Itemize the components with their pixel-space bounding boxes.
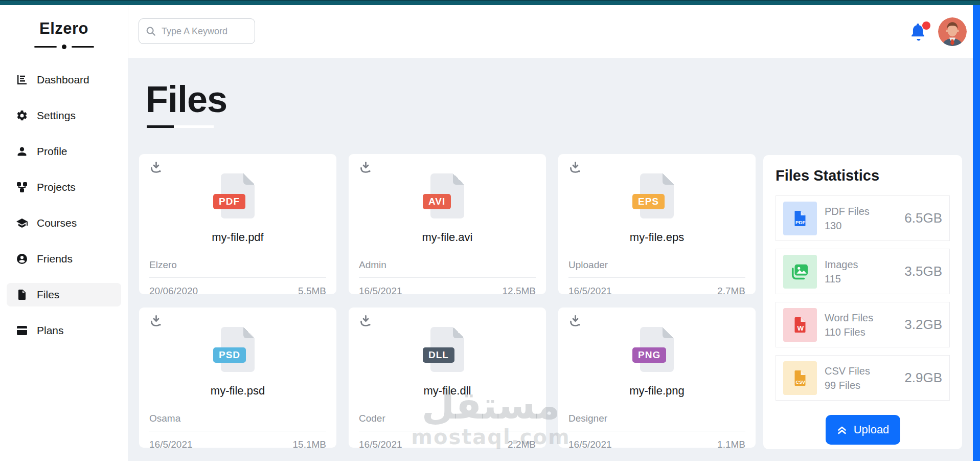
svg-text:PDF: PDF xyxy=(795,219,806,225)
graduation-cap-icon xyxy=(16,217,28,229)
stat-label: Images xyxy=(825,257,858,272)
file-date: 16/5/2021 xyxy=(568,439,612,450)
sidebar-item-label: Courses xyxy=(37,217,77,229)
download-icon[interactable] xyxy=(359,161,373,174)
download-icon[interactable] xyxy=(568,314,582,328)
user-icon xyxy=(16,145,28,158)
sidebar-item-projects[interactable]: Projects xyxy=(7,175,121,199)
download-icon[interactable] xyxy=(359,314,373,328)
page-title: Files xyxy=(146,78,227,120)
file-date: 16/5/2021 xyxy=(568,286,612,297)
file-name: my-file.avi xyxy=(359,231,536,244)
file-type-badge: PNG xyxy=(632,347,666,363)
bar-chart-icon xyxy=(16,74,28,86)
stat-value: 6.5GB xyxy=(904,210,942,226)
notification-dot xyxy=(922,21,930,30)
file-name: my-file.png xyxy=(568,384,745,398)
stat-count: 130 xyxy=(825,218,870,233)
stat-row-csv: CSV CSV Files 99 Files 2.9GB xyxy=(776,355,950,401)
file-card[interactable]: PSD my-file.psd Osama 16/5/202115.1MB xyxy=(139,308,336,448)
circle-user-icon xyxy=(16,253,28,265)
page-scrollbar[interactable] xyxy=(973,5,980,461)
avatar[interactable] xyxy=(938,17,967,46)
stat-count: 110 Files xyxy=(825,325,873,339)
image-icon xyxy=(783,255,817,289)
main-content: Files PDF my-file.pdf Elzero 20/06/20205… xyxy=(128,58,973,461)
sidebar-nav: Dashboard Settings Profile Projects Cour… xyxy=(0,68,128,342)
svg-text:W: W xyxy=(797,324,804,332)
stat-row-images: Images 115 3.5GB xyxy=(776,249,950,294)
file-name: my-file.psd xyxy=(149,384,326,398)
files-statistics-panel: Files Statistics PDF PDF Files 130 6.5GB… xyxy=(763,155,962,449)
logo-divider xyxy=(0,43,128,51)
file-name: my-file.eps xyxy=(568,231,745,244)
divider xyxy=(149,277,326,278)
statistics-title: Files Statistics xyxy=(776,167,950,184)
stat-value: 3.2GB xyxy=(904,317,942,333)
sidebar-item-profile[interactable]: Profile xyxy=(7,140,121,163)
file-card[interactable]: PDF my-file.pdf Elzero 20/06/20205.5MB xyxy=(139,154,336,294)
stat-value: 3.5GB xyxy=(904,264,942,279)
download-icon[interactable] xyxy=(149,314,163,328)
files-grid: PDF my-file.pdf Elzero 20/06/20205.5MB A… xyxy=(139,154,756,448)
sidebar-item-courses[interactable]: Courses xyxy=(7,211,121,235)
csv-file-icon: CSV xyxy=(783,361,817,395)
file-type-icon: AVI xyxy=(430,173,464,218)
file-size: 2.7MB xyxy=(717,286,745,297)
sidebar: Elzero Dashboard Settings Profile Projec… xyxy=(0,5,128,461)
file-card[interactable]: AVI my-file.avi Admin 16/5/202112.5MB xyxy=(349,154,546,294)
header xyxy=(128,5,973,58)
stat-label: CSV Files xyxy=(825,364,870,378)
file-type-badge: EPS xyxy=(632,194,665,209)
file-type-icon: PNG xyxy=(640,327,674,372)
file-type-icon: DLL xyxy=(430,327,464,372)
search-box xyxy=(139,18,255,44)
file-date: 16/5/2021 xyxy=(359,286,402,297)
sidebar-item-label: Dashboard xyxy=(37,74,89,86)
top-accent-bar xyxy=(0,0,980,5)
download-icon[interactable] xyxy=(149,161,163,174)
sidebar-item-plans[interactable]: Plans xyxy=(7,319,121,342)
file-uploader: Osama xyxy=(149,413,326,424)
network-icon xyxy=(16,181,28,193)
pdf-file-icon: PDF xyxy=(783,202,817,235)
sidebar-item-files[interactable]: Files xyxy=(7,283,121,306)
credit-card-icon xyxy=(16,324,28,337)
sidebar-item-label: Files xyxy=(37,289,59,301)
file-uploader: Elzero xyxy=(149,259,326,271)
divider xyxy=(359,277,536,278)
upload-button[interactable]: Upload xyxy=(826,415,900,445)
file-date: 16/5/2021 xyxy=(359,439,402,450)
sidebar-item-dashboard[interactable]: Dashboard xyxy=(7,68,121,92)
notifications-button[interactable] xyxy=(909,23,928,43)
gear-icon xyxy=(16,109,28,122)
file-card[interactable]: PNG my-file.png Designer 16/5/20211.1MB xyxy=(558,308,756,448)
stat-label: PDF Files xyxy=(825,204,870,218)
file-type-badge: AVI xyxy=(423,194,451,209)
file-type-icon: PSD xyxy=(221,327,255,372)
sidebar-item-friends[interactable]: Friends xyxy=(7,247,121,271)
brand-logo: Elzero xyxy=(0,19,128,38)
word-file-icon: W xyxy=(783,308,817,342)
file-size: 5.5MB xyxy=(298,286,326,297)
file-size: 2.2MB xyxy=(508,439,536,450)
file-uploader: Designer xyxy=(568,413,745,424)
stat-value: 2.9GB xyxy=(904,370,942,386)
sidebar-item-settings[interactable]: Settings xyxy=(7,104,121,127)
sidebar-item-label: Projects xyxy=(37,181,76,193)
file-size: 1.1MB xyxy=(717,439,745,450)
sidebar-item-label: Plans xyxy=(37,324,64,337)
file-date: 16/5/2021 xyxy=(149,439,193,450)
stat-row-word: W Word Files 110 Files 3.2GB xyxy=(776,302,950,347)
file-size: 12.5MB xyxy=(503,286,536,297)
file-name: my-file.dll xyxy=(359,384,536,398)
file-card[interactable]: EPS my-file.eps Uploader 16/5/20212.7MB xyxy=(558,154,756,294)
file-card[interactable]: DLL my-file.dll Coder 16/5/20212.2MB xyxy=(349,308,546,448)
file-date: 20/06/2020 xyxy=(149,286,198,297)
download-icon[interactable] xyxy=(568,161,582,174)
file-name: my-file.pdf xyxy=(149,231,326,244)
file-size: 15.1MB xyxy=(293,439,326,450)
divider xyxy=(359,431,536,431)
sidebar-item-label: Friends xyxy=(37,253,73,265)
stat-label: Word Files xyxy=(825,311,873,325)
